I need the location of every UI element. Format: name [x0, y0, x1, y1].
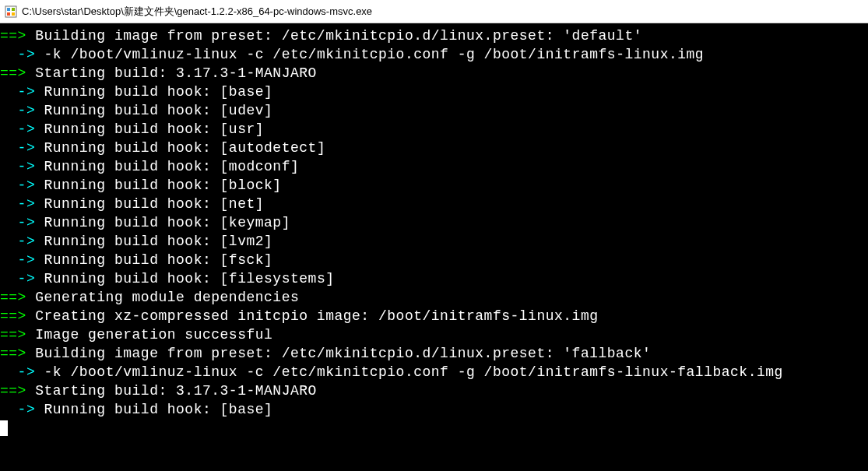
console-window: C:\Users\star\Desktop\新建文件夹\genact-1.2.2… [0, 0, 868, 471]
title-bar[interactable]: C:\Users\star\Desktop\新建文件夹\genact-1.2.2… [0, 0, 868, 23]
terminal-text: -k /boot/vmlinuz-linux -c /etc/mkinitcpi… [35, 364, 783, 380]
terminal-text: Generating module dependencies [26, 290, 299, 305]
terminal-line: ==> Image generation successful [0, 325, 868, 344]
terminal-text: Running build hook: [fsck] [35, 252, 272, 268]
terminal-text: Running build hook: [net] [35, 196, 264, 212]
terminal-text: Running build hook: [base] [35, 84, 272, 100]
terminal-line: ==> Starting build: 3.17.3-1-MANJARO [0, 381, 868, 400]
window-icon [5, 5, 17, 18]
cursor-line [0, 419, 868, 438]
arrow-cyan-icon: -> [0, 103, 35, 118]
arrow-green-icon: ==> [0, 65, 26, 81]
arrow-cyan-icon: -> [0, 271, 35, 286]
terminal-line: ==> Creating xz-compressed initcpio imag… [0, 307, 868, 325]
svg-rect-2 [12, 8, 15, 11]
terminal-text: Running build hook: [block] [35, 178, 281, 193]
arrow-green-icon: ==> [0, 327, 26, 343]
arrow-green-icon: ==> [0, 308, 26, 324]
arrow-green-icon: ==> [0, 383, 26, 399]
terminal-line: ==> Generating module dependencies [0, 288, 868, 307]
terminal-line: -> -k /boot/vmlinuz-linux -c /etc/mkinit… [0, 363, 868, 381]
terminal-text: Running build hook: [base] [35, 402, 272, 417]
arrow-cyan-icon: -> [0, 159, 35, 174]
arrow-cyan-icon: -> [0, 196, 35, 212]
terminal-line: -> Running build hook: [block] [0, 176, 868, 195]
arrow-cyan-icon: -> [0, 234, 35, 249]
terminal-text: -k /boot/vmlinuz-linux -c /etc/mkinitcpi… [35, 47, 704, 62]
terminal-line: ==> Building image from preset: /etc/mki… [0, 344, 868, 363]
terminal-line: -> Running build hook: [net] [0, 195, 868, 213]
terminal-text: Starting build: 3.17.3-1-MANJARO [26, 383, 317, 399]
terminal-text: Running build hook: [filesystems] [35, 271, 334, 286]
terminal-line: -> -k /boot/vmlinuz-linux -c /etc/mkinit… [0, 45, 868, 64]
terminal-line: -> Running build hook: [base] [0, 400, 868, 419]
terminal-text: Running build hook: [udev] [35, 103, 272, 118]
arrow-cyan-icon: -> [0, 47, 35, 62]
terminal-line: -> Running build hook: [keymap] [0, 213, 868, 232]
svg-rect-3 [7, 12, 10, 16]
arrow-cyan-icon: -> [0, 364, 35, 380]
terminal-text: Creating xz-compressed initcpio image: /… [26, 308, 599, 324]
terminal-text: Running build hook: [lvm2] [35, 234, 272, 249]
window-title: C:\Users\star\Desktop\新建文件夹\genact-1.2.2… [22, 5, 372, 19]
arrow-cyan-icon: -> [0, 121, 35, 137]
arrow-cyan-icon: -> [0, 178, 35, 193]
cursor-icon [0, 420, 8, 436]
terminal-line: -> Running build hook: [lvm2] [0, 232, 868, 251]
terminal-text: Building image from preset: /etc/mkinitc… [26, 28, 642, 44]
arrow-cyan-icon: -> [0, 84, 35, 100]
terminal-line: -> Running build hook: [fsck] [0, 251, 868, 269]
terminal-line: ==> Starting build: 3.17.3-1-MANJARO [0, 64, 868, 83]
terminal-line: ==> Building image from preset: /etc/mki… [0, 26, 868, 45]
terminal-text: Running build hook: [keymap] [35, 215, 290, 230]
arrow-green-icon: ==> [0, 346, 26, 361]
terminal-text: Running build hook: [modconf] [35, 159, 299, 174]
arrow-cyan-icon: -> [0, 140, 35, 156]
terminal-line: -> Running build hook: [modconf] [0, 157, 868, 176]
svg-rect-1 [7, 8, 10, 11]
terminal-line: -> Running build hook: [autodetect] [0, 139, 868, 157]
terminal-text: Starting build: 3.17.3-1-MANJARO [26, 65, 317, 81]
svg-rect-4 [12, 12, 15, 16]
terminal-output[interactable]: ==> Building image from preset: /etc/mki… [0, 23, 868, 441]
arrow-cyan-icon: -> [0, 402, 35, 417]
terminal-text: Running build hook: [autodetect] [35, 140, 325, 156]
terminal-text: Running build hook: [usr] [35, 121, 264, 137]
arrow-cyan-icon: -> [0, 215, 35, 230]
terminal-line: -> Running build hook: [filesystems] [0, 269, 868, 288]
terminal-text: Building image from preset: /etc/mkinitc… [26, 346, 651, 361]
terminal-line: -> Running build hook: [usr] [0, 120, 868, 139]
arrow-green-icon: ==> [0, 28, 26, 44]
arrow-cyan-icon: -> [0, 252, 35, 268]
terminal-line: -> Running build hook: [base] [0, 83, 868, 101]
terminal-text: Image generation successful [26, 327, 272, 343]
terminal-line: -> Running build hook: [udev] [0, 101, 868, 120]
arrow-green-icon: ==> [0, 290, 26, 305]
